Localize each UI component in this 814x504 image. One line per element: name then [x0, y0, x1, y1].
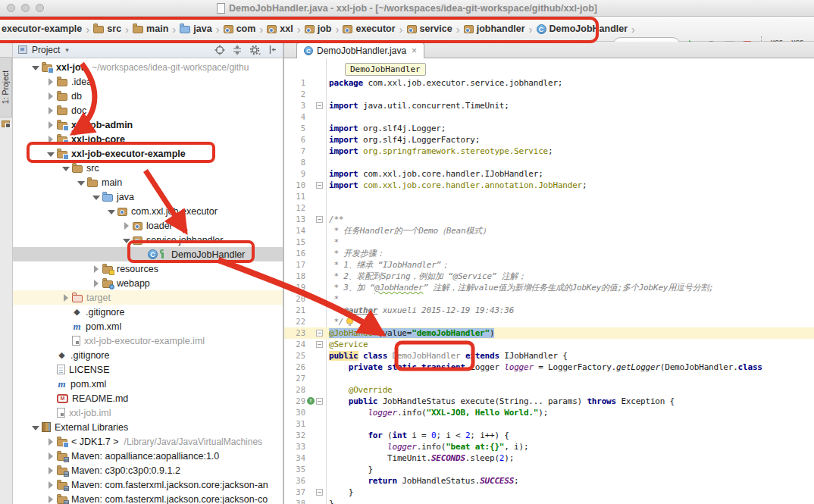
tree-item-pom-xml[interactable]: mpom.xml: [13, 377, 283, 391]
tree-item--gitignore[interactable]: ◆.gitignore: [13, 348, 283, 362]
code-line-9[interactable]: 9import com.xxl.job.core.handler.IJobHan…: [284, 168, 814, 180]
expand-arrow-icon[interactable]: [46, 106, 55, 115]
fold-marker-icon[interactable]: −: [316, 398, 323, 405]
tree-item-xxl-job-core[interactable]: xxl-job-core: [13, 132, 283, 146]
tree-item-xxl-job-admin[interactable]: xxl-job-admin: [13, 117, 283, 132]
tree-item-maven-com-fasterxml-jackson-core-jackson-co[interactable]: Maven: com.fasterxml.jackson.core:jackso…: [13, 492, 283, 504]
tree-item-xxl-job-executor-example-iml[interactable]: xxl-job-executor-example.iml: [13, 333, 283, 348]
code-editor[interactable]: DemoJobHandler 1package com.xxl.job.exec…: [283, 58, 814, 504]
breadcrumb-item-xxl[interactable]: xxl: [267, 23, 293, 34]
code-line-24[interactable]: 24−@Service: [284, 339, 814, 350]
tree-item-resources[interactable]: resources: [13, 261, 283, 276]
code-line-1[interactable]: 1package com.xxl.job.executor.service.jo…: [284, 77, 814, 89]
code-line-31[interactable]: 31: [284, 418, 814, 430]
code-line-20[interactable]: 20 *: [284, 293, 814, 305]
breadcrumb-item-executor-example[interactable]: executor-example: [2, 23, 82, 34]
code-line-2[interactable]: 2: [284, 89, 814, 100]
fold-marker-icon[interactable]: −: [316, 216, 323, 223]
expand-arrow-icon[interactable]: [46, 121, 55, 130]
code-line-35[interactable]: 35 }: [284, 464, 814, 475]
code-line-29[interactable]: 29−↑ public JobHandleStatus execute(Stri…: [284, 396, 814, 407]
close-window-icon[interactable]: [7, 4, 15, 12]
code-line-17[interactable]: 17 * 1、继承 “IJobHandler”；: [284, 259, 814, 271]
expand-arrow-icon[interactable]: [61, 293, 70, 302]
fold-marker-icon[interactable]: −: [316, 489, 323, 496]
override-method-icon[interactable]: ↑: [307, 397, 315, 405]
tree-item-target[interactable]: target: [13, 290, 283, 305]
code-line-18[interactable]: 18 * 2、装配到Spring，例如加 “@Service” 注解；: [284, 271, 814, 282]
tree-item--gitignore[interactable]: ◆.gitignore: [13, 305, 283, 319]
code-line-7[interactable]: 7import org.springframework.stereotype.S…: [284, 146, 814, 157]
minimize-window-icon[interactable]: [21, 4, 30, 12]
tree-item-external-libraries[interactable]: External Libraries: [13, 420, 283, 434]
expand-arrow-icon[interactable]: [46, 77, 55, 86]
code-line-30[interactable]: 30 logger.info("XXL-JOB, Hello World.");: [284, 407, 814, 418]
tree-item-xxl-job[interactable]: xxl-job~/workspaces/idea-git-workspace/g…: [13, 60, 283, 74]
collapse-icon[interactable]: [232, 45, 243, 55]
project-view-chevron-icon[interactable]: ▾: [65, 46, 69, 54]
code-line-16[interactable]: 16 * 开发步骤：: [284, 248, 814, 259]
expand-arrow-icon[interactable]: [46, 495, 55, 504]
code-line-14[interactable]: 14 * 任务Handler的一个Demo（Bean模式）: [284, 225, 814, 236]
code-line-32[interactable]: 32 for (int i = 0; i < 2; i++) {: [284, 430, 814, 441]
breadcrumb-item-main[interactable]: main: [133, 23, 168, 34]
tree-item--jdk1-7-[interactable]: < JDK1.7 >/Library/Java/JavaVirtualMachi…: [13, 434, 283, 449]
fold-marker-icon[interactable]: −: [316, 341, 323, 348]
code-line-6[interactable]: 6import org.slf4j.LoggerFactory;: [284, 134, 814, 146]
code-line-27[interactable]: 27: [284, 373, 814, 384]
project-tool-window-tab[interactable]: 1: Project: [0, 57, 12, 117]
gear-icon[interactable]: [249, 45, 261, 55]
zoom-window-icon[interactable]: [36, 4, 44, 12]
target-icon[interactable]: [214, 45, 225, 55]
code-line-12[interactable]: 12: [284, 202, 814, 214]
collapse-arrow-icon[interactable]: [46, 149, 55, 158]
breadcrumb-item-com[interactable]: com: [224, 23, 256, 34]
code-line-22[interactable]: 22 */: [284, 316, 814, 327]
code-line-23[interactable]: 23−@JobHander(value="demoJobHandler"): [284, 327, 814, 339]
code-line-15[interactable]: 15 *: [284, 236, 814, 248]
fold-marker-icon[interactable]: −: [316, 330, 323, 337]
breadcrumb-item-demojobhandler[interactable]: CDemoJobHandler: [537, 23, 628, 34]
close-icon[interactable]: ×: [412, 45, 417, 56]
collapse-arrow-icon[interactable]: [107, 207, 116, 216]
code-line-36[interactable]: 36 return JobHandleStatus.SUCCESS;: [284, 475, 814, 487]
collapse-arrow-icon[interactable]: [61, 164, 70, 173]
code-line-37[interactable]: 37− }: [284, 487, 814, 498]
code-line-8[interactable]: 8: [284, 157, 814, 168]
tree-item-pom-xml[interactable]: mpom.xml: [13, 319, 283, 333]
expand-arrow-icon[interactable]: [46, 437, 55, 446]
code-line-38[interactable]: 38}: [284, 498, 814, 504]
tree-item-loader[interactable]: loader: [13, 218, 283, 233]
expand-arrow-icon[interactable]: [46, 452, 55, 461]
collapse-arrow-icon[interactable]: [92, 193, 101, 202]
code-line-5[interactable]: 5import org.slf4j.Logger;: [284, 123, 814, 134]
fold-marker-icon[interactable]: −: [316, 102, 323, 109]
code-line-26[interactable]: 26 private static transient Logger logge…: [284, 362, 814, 373]
code-line-21[interactable]: 21 * @author xuxueli 2015-12-19 19:43:36: [284, 305, 814, 316]
collapse-arrow-icon[interactable]: [31, 423, 40, 432]
expand-arrow-icon[interactable]: [122, 221, 131, 230]
breadcrumb-item-src[interactable]: src: [93, 23, 121, 34]
code-line-10[interactable]: 10−import com.xxl.job.core.handler.annot…: [284, 180, 814, 191]
tree-item-maven-com-fasterxml-jackson-core-jackson-an[interactable]: Maven: com.fasterxml.jackson.core:jackso…: [13, 477, 283, 492]
breadcrumb-item-jobhandler[interactable]: jobhandler: [464, 23, 525, 34]
tree-item-src[interactable]: src: [13, 161, 283, 175]
tree-item-webapp[interactable]: webapp: [13, 276, 283, 290]
tree-item-com-xxl-job-executor[interactable]: com.xxl.job.executor: [13, 204, 283, 218]
tree-item-maven-aopalliance-aopalliance-1-0[interactable]: Maven: aopalliance:aopalliance:1.0: [13, 449, 283, 463]
expand-arrow-icon[interactable]: [46, 92, 55, 101]
code-area[interactable]: 1package com.xxl.job.executor.service.jo…: [284, 77, 814, 504]
expand-arrow-icon[interactable]: [46, 135, 55, 144]
collapse-arrow-icon[interactable]: [122, 236, 131, 245]
expand-arrow-icon[interactable]: [92, 279, 101, 288]
expand-arrow-icon[interactable]: [46, 481, 55, 490]
expand-arrow-icon[interactable]: [46, 466, 55, 475]
editor-tab-demojobhandler[interactable]: C DemoJobHandler.java ×: [296, 42, 424, 58]
code-line-33[interactable]: 33 logger.info("beat at:{}", i);: [284, 441, 814, 452]
tree-item-service-jobhandler[interactable]: service.jobhandler: [13, 233, 283, 247]
code-line-4[interactable]: 4: [284, 111, 814, 123]
code-line-25[interactable]: 25public class DemoJobHandler extends IJ…: [284, 350, 814, 362]
collapse-arrow-icon[interactable]: [31, 63, 40, 72]
breadcrumb-item-java[interactable]: java: [180, 23, 211, 34]
tree-item-doc[interactable]: doc: [13, 103, 283, 117]
